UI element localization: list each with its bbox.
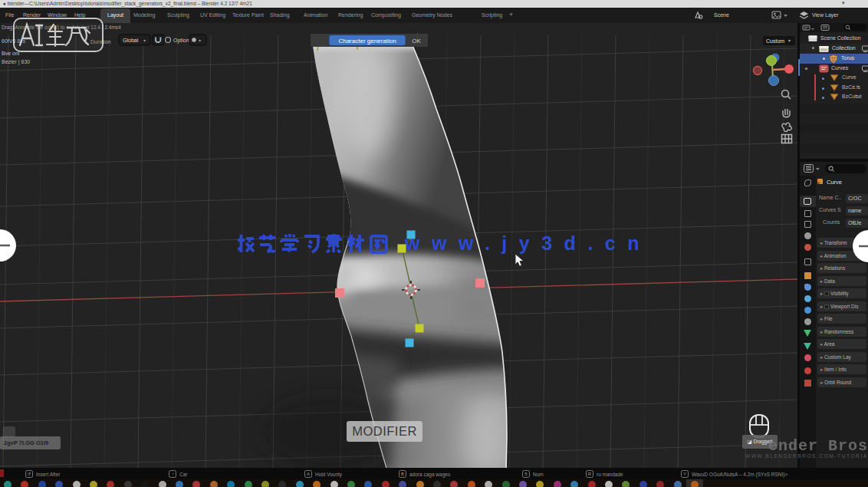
svg-text:Global: Global (123, 38, 139, 43)
svg-text:Bezier | 830: Bezier | 830 (2, 59, 30, 65)
svg-text:▾: ▾ (143, 38, 146, 43)
svg-text:Custom: Custom (766, 38, 784, 44)
svg-text:OK: OK (412, 38, 421, 44)
svg-text:▾: ▾ (199, 38, 201, 43)
svg-text:Character generation: Character generation (338, 38, 396, 44)
svg-text:▾: ▾ (788, 38, 791, 43)
